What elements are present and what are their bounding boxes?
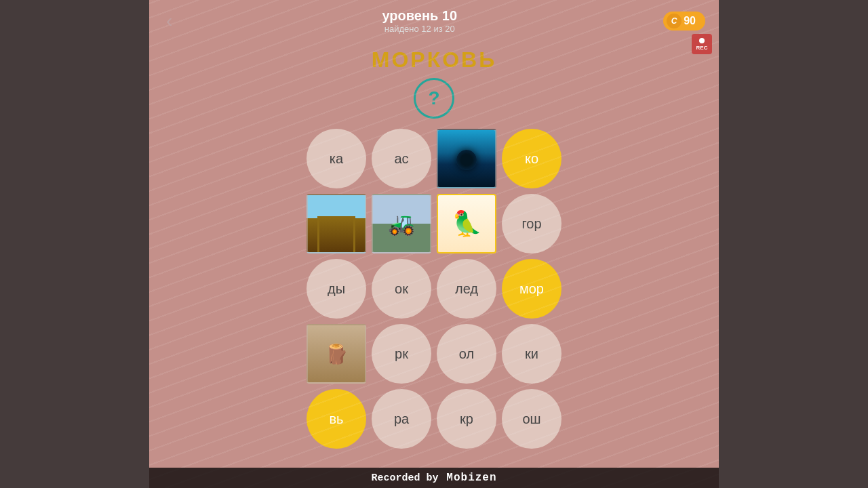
mobizen-logo: Recorded by Mobizen xyxy=(371,472,496,484)
grid-row-4: рк ол ки xyxy=(307,324,561,384)
cell-kr[interactable]: кр xyxy=(437,389,496,449)
cell-image-bird[interactable] xyxy=(437,194,496,253)
header: ‹ уровень 10 найдено 12 из 20 90 xyxy=(149,0,719,42)
cell-ko[interactable]: ко xyxy=(502,129,561,188)
cell-ra[interactable]: ра xyxy=(372,389,431,449)
cell-dy[interactable]: ды xyxy=(307,259,366,319)
right-panel xyxy=(719,0,868,488)
coins-value: 90 xyxy=(684,15,696,26)
cell-as[interactable]: ас xyxy=(372,129,431,188)
cell-ki[interactable]: ки xyxy=(502,324,561,384)
question-circle[interactable]: ? xyxy=(414,78,454,119)
recorded-by-text: Recorded by xyxy=(371,472,438,484)
found-label: найдено 12 из 20 xyxy=(382,24,457,34)
rec-label: REC xyxy=(696,45,708,51)
cell-image-sawdust[interactable] xyxy=(307,324,366,384)
cell-mor[interactable]: мор xyxy=(502,259,561,319)
game-container: REC ‹ уровень 10 найдено 12 из 20 90 МОР… xyxy=(149,0,719,488)
cell-image-tractor[interactable] xyxy=(372,194,431,253)
grid-row-5: вь ра кр ош xyxy=(307,389,561,449)
cell-ka[interactable]: ка xyxy=(307,129,366,188)
grid-row-3: ды ок лед мор xyxy=(307,259,561,319)
question-mark: ? xyxy=(428,87,439,109)
mobizen-name: Mobizen xyxy=(446,472,496,484)
cell-ol[interactable]: ол xyxy=(437,324,496,384)
coins-badge: 90 xyxy=(663,12,705,30)
cell-image-frame[interactable] xyxy=(307,194,366,253)
level-title: уровень 10 xyxy=(382,8,457,24)
cell-image-ocean[interactable] xyxy=(437,129,496,188)
cell-ok[interactable]: ок xyxy=(372,259,431,319)
grid-row-1: ка ас ко xyxy=(307,129,561,188)
cell-v[interactable]: вь xyxy=(307,389,366,449)
grid-area: ка ас ко гор ды ок лед мор рк ол ки xyxy=(149,122,719,455)
word-display: МОРКОВЬ xyxy=(149,47,719,73)
cell-led[interactable]: лед xyxy=(437,259,496,319)
bottom-bar: Recorded by Mobizen xyxy=(149,468,719,489)
grid-row-2: гор xyxy=(307,194,561,253)
left-panel xyxy=(0,0,149,488)
cell-gor[interactable]: гор xyxy=(502,194,561,253)
cell-rk[interactable]: рк xyxy=(372,324,431,384)
cell-osh[interactable]: ош xyxy=(502,389,561,449)
level-info: уровень 10 найдено 12 из 20 xyxy=(382,8,457,34)
back-button[interactable]: ‹ xyxy=(163,7,176,35)
